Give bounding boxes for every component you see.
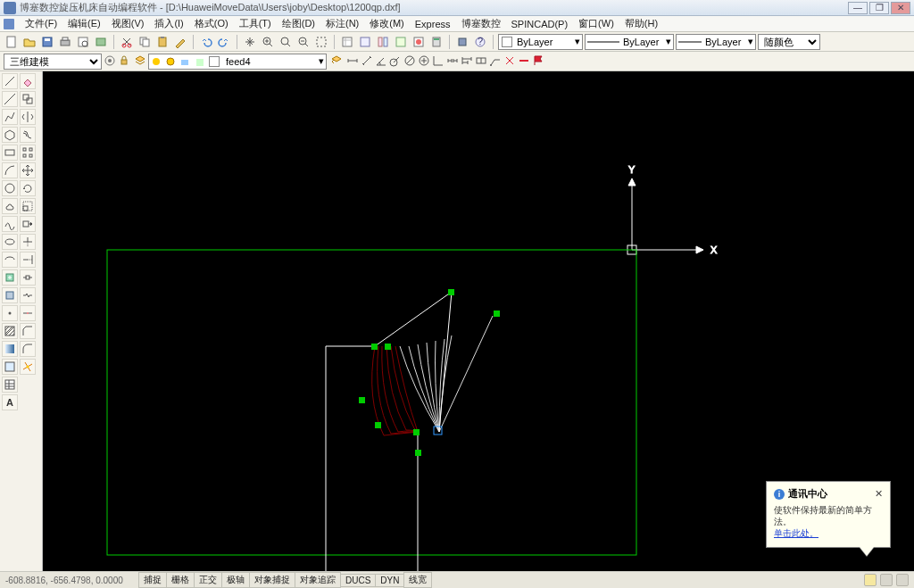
redo-icon[interactable] [216,34,232,50]
lock-icon[interactable] [880,574,893,586]
dim-linear-icon[interactable] [346,54,359,69]
dim-diameter-icon[interactable] [403,54,416,69]
linetype-combo[interactable]: ByLayer▾ [585,34,674,50]
join-icon[interactable] [20,305,36,321]
leader-icon[interactable] [489,54,502,69]
properties-icon[interactable] [339,34,355,50]
tooltip-close-icon[interactable]: ✕ [875,488,883,500]
gradient-icon[interactable] [2,341,18,357]
tolerance-icon[interactable] [475,54,487,69]
menu-annotate[interactable]: 标注(N) [320,17,364,30]
ellipse-icon[interactable] [2,234,18,250]
dim-radius-icon[interactable] [389,54,402,69]
layer-combo[interactable]: feed4▾ [148,54,327,70]
zoom-window-icon[interactable] [278,34,294,50]
maximize-button[interactable]: ❐ [869,2,889,14]
sheet-set-icon[interactable] [393,34,409,50]
circle-icon[interactable] [2,180,18,196]
rectangle-icon[interactable] [2,145,18,161]
region-icon[interactable] [2,359,18,375]
comm-center-icon[interactable] [864,574,877,586]
scale-icon[interactable] [20,198,36,214]
insert-block-icon[interactable] [2,269,18,286]
quick-dim-icon[interactable] [503,54,516,69]
calc-icon[interactable] [428,34,445,50]
xline-icon[interactable] [2,91,18,107]
otrack-toggle[interactable]: 对象追踪 [295,572,341,588]
pan-icon[interactable] [242,34,258,50]
design-center-icon[interactable] [357,34,373,50]
print-icon[interactable] [57,34,73,50]
ortho-toggle[interactable]: 正交 [194,572,222,588]
minimize-button[interactable]: — [848,2,868,14]
workspace-lock-icon[interactable] [118,54,130,69]
polygon-icon[interactable] [2,127,18,143]
menu-window[interactable]: 窗口(W) [573,17,619,30]
zoom-extents-icon[interactable] [313,34,329,50]
menu-modify[interactable]: 修改(M) [364,17,410,30]
point-icon[interactable] [2,305,18,321]
preview-icon[interactable] [75,34,91,50]
pline-icon[interactable] [2,109,18,125]
help-icon[interactable]: ? [472,34,488,50]
save-icon[interactable] [39,34,55,50]
menu-file[interactable]: 文件(F) [20,17,62,30]
zoom-realtime-icon[interactable] [260,34,276,50]
dyn-toggle[interactable]: DYN [375,574,404,587]
dim-update-icon[interactable] [518,54,530,69]
array-icon[interactable] [20,145,36,161]
menu-express[interactable]: Express [410,19,456,29]
dim-baseline-icon[interactable] [461,54,473,69]
layer-manager-icon[interactable] [134,54,146,69]
arc-icon[interactable] [2,162,18,178]
extend-icon[interactable] [20,252,36,268]
snap-toggle[interactable]: 捕捉 [138,572,167,588]
open-file-icon[interactable] [21,34,37,50]
make-block-icon[interactable] [2,287,18,303]
block-icon[interactable] [454,34,470,50]
lwt-toggle[interactable]: 线宽 [403,572,432,588]
tray-expand-icon[interactable] [896,574,909,586]
workspace-select[interactable]: 三维建模 [4,54,102,70]
stretch-icon[interactable] [20,216,36,232]
new-file-icon[interactable] [4,34,20,50]
osnap-toggle[interactable]: 对象捕捉 [249,572,295,588]
ortho-icon[interactable] [432,54,445,69]
rotate-icon[interactable] [20,180,36,196]
layer-prev-icon[interactable] [330,54,343,69]
polar-toggle[interactable]: 极轴 [221,572,250,588]
tooltip-link[interactable]: 单击此处。 [774,528,818,538]
mtext-icon[interactable]: A [2,394,18,410]
chamfer-icon[interactable] [20,323,36,339]
menu-format[interactable]: 格式(O) [189,17,234,30]
line-icon[interactable] [2,73,18,89]
color-select[interactable]: 随颜色 [758,34,820,50]
match-icon[interactable] [172,34,188,50]
erase-icon[interactable] [20,73,36,89]
paste-icon[interactable] [154,34,170,50]
flag-icon[interactable] [532,54,544,69]
ducs-toggle[interactable]: DUCS [340,574,376,587]
copy-tool-icon[interactable] [20,91,36,107]
ellipse-arc-icon[interactable] [2,252,18,268]
zoom-previous-icon[interactable] [295,34,312,50]
menu-tools[interactable]: 工具(T) [234,17,277,30]
workspace-settings-icon[interactable] [104,54,116,69]
menu-edit[interactable]: 编辑(E) [62,17,106,30]
mirror-icon[interactable] [20,109,36,125]
menu-help[interactable]: 帮助(H) [619,17,663,30]
menu-spincad[interactable]: SPINCAD(P) [506,19,574,29]
menu-cnc[interactable]: 博塞数控 [456,17,506,30]
table-icon[interactable] [2,377,18,393]
hatch-icon[interactable] [2,323,18,339]
center-mark-icon[interactable] [418,54,430,69]
offset-icon[interactable] [20,127,36,143]
explode-icon[interactable] [20,359,36,375]
trim-icon[interactable] [20,234,36,250]
dim-angle-icon[interactable] [375,54,387,69]
layer-color-combo[interactable]: ByLayer▾ [498,34,583,50]
menu-draw[interactable]: 绘图(D) [277,17,320,30]
undo-icon[interactable] [198,34,214,50]
tool-palette-icon[interactable] [375,34,391,50]
cut-icon[interactable] [119,34,135,50]
